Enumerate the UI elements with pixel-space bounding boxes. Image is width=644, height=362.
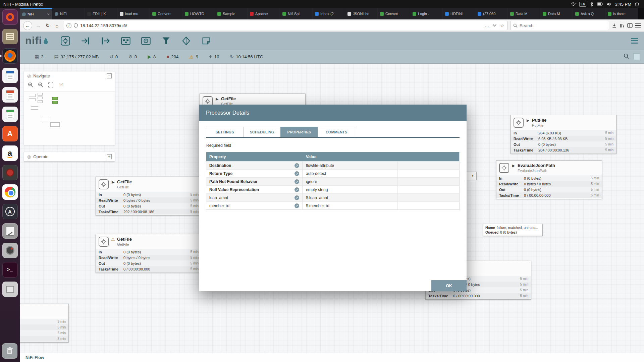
processor-getfile-middle[interactable]: ▶ GetFile GetFile In0 (0 bytes)5 min Rea… bbox=[96, 177, 202, 216]
battery-icon[interactable] bbox=[597, 2, 603, 6]
browser-tab[interactable]: Inbox (2 bbox=[313, 8, 345, 19]
tab-favicon bbox=[282, 12, 286, 16]
help-icon[interactable]: ? bbox=[294, 179, 299, 184]
browser-tab-active[interactable]: NiFi× bbox=[20, 8, 52, 19]
zoom-actual-size-icon[interactable]: 1:1 bbox=[58, 82, 65, 89]
tab-scheduling[interactable]: SCHEDULING bbox=[243, 127, 281, 137]
browser-tab[interactable]: Apache bbox=[248, 8, 280, 19]
power-icon[interactable] bbox=[635, 2, 639, 6]
help-icon[interactable]: ? bbox=[294, 195, 299, 200]
forward-button[interactable]: → bbox=[35, 23, 42, 28]
label-component-icon[interactable] bbox=[201, 35, 212, 47]
download-icon[interactable] bbox=[612, 23, 617, 28]
connection-label[interactable]: Namefailure, matched, unmatc... Queued0 … bbox=[483, 224, 543, 236]
processor-partial-left[interactable]: 5 min 5 min 5 min 5 min bbox=[20, 304, 69, 343]
browser-tab[interactable]: Login - bbox=[410, 8, 443, 19]
keyboard-layout-indicator[interactable]: En bbox=[579, 2, 586, 7]
pocket-icon[interactable] bbox=[492, 24, 497, 27]
canvas-search-icon[interactable] bbox=[624, 53, 629, 60]
remote-process-group-component-icon[interactable] bbox=[140, 35, 152, 47]
help-icon[interactable]: ? bbox=[294, 163, 299, 168]
tab-close-icon[interactable]: × bbox=[47, 12, 50, 17]
refresh-icon[interactable]: ↻ bbox=[230, 54, 234, 59]
shield-icon[interactable] bbox=[74, 23, 78, 28]
zoom-out-icon[interactable] bbox=[38, 82, 44, 89]
libreoffice-impress-icon[interactable] bbox=[2, 87, 18, 103]
browser-tab[interactable]: load mu bbox=[117, 8, 150, 19]
processor-component-icon[interactable] bbox=[60, 35, 71, 47]
ubuntu-dash-icon[interactable] bbox=[2, 9, 18, 25]
output-port-component-icon[interactable] bbox=[100, 35, 111, 47]
processor-gear-icon bbox=[99, 237, 109, 247]
bluetooth-icon[interactable] bbox=[590, 2, 594, 7]
text-editor-icon[interactable] bbox=[2, 223, 18, 239]
browser-tab[interactable]: HOWTO bbox=[182, 8, 215, 19]
tab-settings[interactable]: SETTINGS bbox=[206, 127, 244, 137]
browser-tab[interactable]: Sample bbox=[215, 8, 248, 19]
funnel-component-icon[interactable] bbox=[160, 35, 172, 47]
files-icon[interactable] bbox=[2, 29, 18, 44]
gray-app-icon[interactable] bbox=[2, 282, 18, 297]
zoom-fit-icon[interactable] bbox=[48, 82, 54, 89]
volume-icon[interactable] bbox=[607, 2, 612, 6]
terminal-icon[interactable]: >_ bbox=[2, 262, 18, 278]
help-icon[interactable]: ? bbox=[294, 171, 299, 176]
menu-icon[interactable] bbox=[635, 23, 641, 27]
flow-canvas[interactable]: ▶ GetFile GetFile ▶ GetFile GetFile In0 … bbox=[20, 64, 644, 362]
libreoffice-writer-icon[interactable] bbox=[2, 68, 18, 83]
firefox-icon[interactable] bbox=[2, 48, 18, 64]
search-bar[interactable] bbox=[510, 21, 609, 30]
red-circle-app-icon[interactable] bbox=[2, 165, 18, 180]
browser-tab[interactable]: Convert bbox=[378, 8, 410, 19]
tab-comments[interactable]: COMMENTS bbox=[318, 127, 355, 137]
input-port-component-icon[interactable] bbox=[80, 35, 91, 47]
tab-properties[interactable]: PROPERTIES bbox=[280, 127, 318, 137]
birdseye-minimap[interactable] bbox=[24, 91, 115, 145]
page-actions-icon[interactable]: … bbox=[485, 23, 489, 28]
processor-putfile[interactable]: ▶ PutFile PutFile In284 (6.93 KB)5 min R… bbox=[511, 115, 616, 154]
ok-button[interactable]: OK bbox=[431, 280, 467, 291]
browser-tab[interactable]: Nifi Spl bbox=[280, 8, 313, 19]
search-input[interactable] bbox=[520, 23, 606, 28]
bookmark-star-icon[interactable]: ☆ bbox=[500, 23, 504, 28]
browser-tab[interactable]: Data M bbox=[508, 8, 540, 19]
process-group-component-icon[interactable] bbox=[120, 35, 131, 47]
ubuntu-software-icon[interactable]: A bbox=[2, 126, 18, 141]
global-menu-icon[interactable] bbox=[631, 38, 638, 44]
site-info-icon[interactable]: i bbox=[66, 23, 71, 28]
a-circle-app-icon[interactable]: A bbox=[2, 204, 18, 219]
network-icon[interactable] bbox=[571, 2, 576, 6]
libreoffice-calc-icon[interactable] bbox=[2, 107, 18, 122]
chrome-icon[interactable] bbox=[2, 184, 18, 200]
browser-tab[interactable]: Ask a Q bbox=[573, 8, 605, 19]
expand-icon[interactable]: + bbox=[107, 154, 112, 159]
reload-button[interactable]: ↻ bbox=[44, 22, 51, 28]
home-button[interactable]: ⌂ bbox=[54, 23, 60, 28]
collapse-icon[interactable]: − bbox=[107, 73, 112, 78]
amazon-icon[interactable]: a bbox=[2, 145, 18, 161]
clock[interactable]: 3:45 PM bbox=[615, 2, 631, 7]
connection-queued-value: 0 (0 bytes) bbox=[500, 230, 517, 235]
browser-tab[interactable]: JSONLint bbox=[345, 8, 378, 19]
browser-tab[interactable]: NiFi bbox=[52, 8, 85, 19]
browser-tab[interactable]: EDH | K bbox=[85, 8, 117, 19]
template-component-icon[interactable] bbox=[180, 35, 192, 47]
help-icon[interactable]: ? bbox=[294, 187, 299, 192]
processor-getfile-invalid[interactable]: ⚠ GetFile GetFile In0 (0 bytes)5 min Rea… bbox=[96, 234, 202, 273]
processor-evaluatejsonpath[interactable]: ▶ EvaluateJsonPath EvaluateJsonPath In0 … bbox=[496, 160, 602, 199]
zoom-in-icon[interactable] bbox=[28, 82, 34, 89]
browser-tab[interactable]: Data M bbox=[540, 8, 573, 19]
help-icon[interactable]: ? bbox=[294, 203, 299, 208]
browser-tab[interactable]: HDF/Ni bbox=[443, 8, 475, 19]
screenshot-tool-icon[interactable] bbox=[2, 243, 18, 258]
browser-tab[interactable]: Is there bbox=[605, 8, 638, 19]
breadcrumb[interactable]: NiFi Flow bbox=[25, 355, 44, 360]
library-icon[interactable] bbox=[620, 23, 625, 28]
url-bar[interactable]: i 18.144.22.159:8079/nifi/ … ☆ bbox=[63, 21, 507, 30]
trash-icon[interactable] bbox=[2, 343, 17, 359]
sidebar-icon[interactable] bbox=[627, 23, 633, 28]
birdseye-toggle[interactable] bbox=[633, 53, 640, 60]
back-button[interactable]: ← bbox=[23, 21, 32, 30]
browser-tab[interactable]: Convert bbox=[150, 8, 182, 19]
browser-tab[interactable]: (27,060 bbox=[475, 8, 508, 19]
